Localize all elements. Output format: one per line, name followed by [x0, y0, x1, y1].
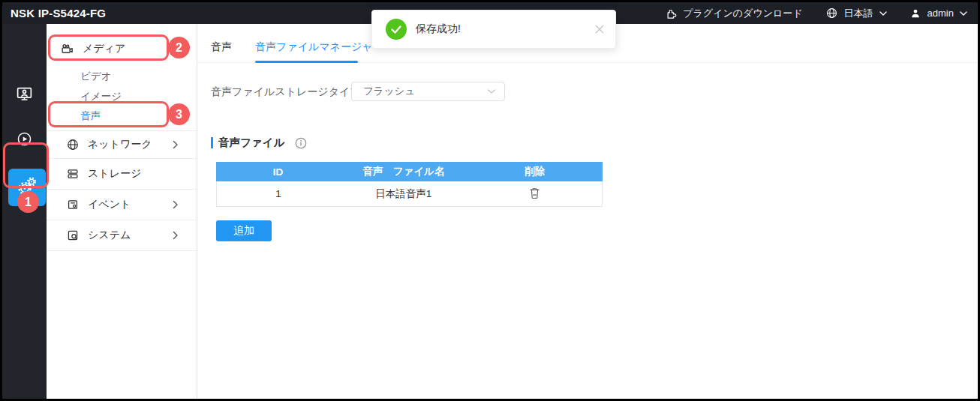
sidebar-subitem-image[interactable]: イメージ [80, 90, 122, 103]
sidebar-subitem-video[interactable]: ビデオ [80, 70, 111, 83]
caret-down-icon [960, 11, 967, 16]
topbar-actions: プラグインのダウンロード 日本語 admin [663, 2, 967, 24]
settings-gears-icon [17, 175, 38, 199]
cell-filename: 日本語音声1 [340, 187, 467, 201]
chevron-right-icon [173, 200, 187, 209]
app-window: NSK IP-S5424-FG プラグインのダウンロード 日本語 [2, 2, 978, 399]
storage-icon [66, 167, 80, 181]
plugin-download-label: プラグインのダウンロード [683, 7, 802, 20]
chevron-right-icon [173, 140, 187, 149]
live-view-icon [15, 85, 34, 106]
delete-button[interactable] [529, 187, 540, 199]
user-label: admin [927, 7, 954, 19]
add-button[interactable]: 追加 [216, 220, 272, 241]
audio-file-table: ID 音声 ファイル名 削除 1 日本語音声1 [216, 162, 603, 207]
section-accent-bar [211, 137, 213, 148]
sidebar-item-label: イベント [88, 198, 131, 211]
language-selector[interactable]: 日本語 [825, 7, 887, 20]
user-icon [909, 7, 921, 19]
sidebar-item-label: ストレージ [88, 167, 141, 181]
tab-audio[interactable]: 音声 [211, 40, 232, 54]
main-panel: 音声 音声ファイルマネージャ 音声ファイルストレージタイプ フラッシュ 音声ファ… [197, 24, 978, 399]
chevron-right-icon [173, 231, 187, 240]
user-menu[interactable]: admin [909, 7, 967, 19]
sidebar-subitem-audio[interactable]: 音声 [80, 109, 101, 123]
language-label: 日本語 [844, 7, 873, 20]
rail-item-live-view[interactable] [2, 85, 47, 106]
sidebar-item-media[interactable]: メディア [47, 35, 197, 62]
rail-item-playback[interactable] [2, 130, 47, 151]
close-icon[interactable] [595, 25, 604, 34]
nav-rail [2, 24, 47, 399]
cell-id: 1 [217, 188, 340, 199]
video-camera-icon [60, 42, 74, 56]
device-title: NSK IP-S5424-FG [11, 7, 106, 19]
header-cell-filename: 音声 ファイル名 [340, 165, 467, 178]
chevron-down-icon [487, 89, 496, 94]
tab-audio-file-manager[interactable]: 音声ファイルマネージャ [255, 40, 373, 54]
sidebar-item-event[interactable]: イベント [47, 189, 197, 220]
sidebar: メディア ビデオ イメージ 音声 ネットワーク ストレージ イベント システム [47, 24, 197, 399]
active-tab-underline [255, 61, 358, 63]
audio-file-section-header: 音声ファイル [211, 136, 307, 150]
save-success-toast: 保存成功! [371, 10, 616, 49]
system-icon [66, 229, 80, 242]
select-value: フラッシュ [363, 85, 415, 98]
rail-item-settings[interactable] [8, 169, 46, 206]
event-icon [66, 198, 80, 211]
storage-type-label: 音声ファイルストレージタイプ [211, 82, 361, 101]
toast-message: 保存成功! [416, 22, 461, 36]
sidebar-item-label: メディア [83, 42, 125, 55]
playback-icon [16, 130, 33, 151]
table-header-row: ID 音声 ファイル名 削除 [216, 162, 603, 181]
info-icon[interactable] [295, 137, 307, 149]
table-row: 1 日本語音声1 [216, 181, 603, 207]
globe-icon [66, 138, 80, 151]
section-title: 音声ファイル [218, 136, 284, 150]
header-cell-delete: 削除 [467, 165, 603, 178]
header-cell-id: ID [216, 166, 340, 178]
puzzle-icon [663, 7, 677, 20]
caret-down-icon [879, 11, 887, 16]
trash-icon [529, 187, 540, 199]
sidebar-item-system[interactable]: システム [47, 220, 197, 250]
sidebar-item-label: ネットワーク [88, 138, 152, 151]
sidebar-item-storage[interactable]: ストレージ [47, 158, 197, 189]
plugin-download-button[interactable]: プラグインのダウンロード [663, 7, 802, 20]
sidebar-item-label: システム [88, 229, 131, 242]
globe-icon [825, 7, 838, 19]
success-check-icon [386, 19, 407, 40]
storage-type-select[interactable]: フラッシュ [351, 82, 505, 101]
sidebar-item-network[interactable]: ネットワーク [47, 130, 197, 158]
sidebar-divider [47, 250, 197, 251]
